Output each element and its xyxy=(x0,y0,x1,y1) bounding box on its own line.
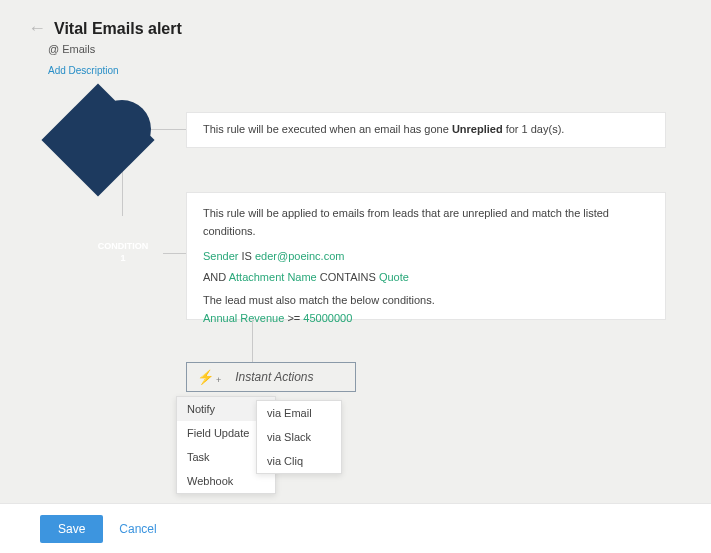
save-button[interactable]: Save xyxy=(40,515,103,543)
condition-node-bg xyxy=(41,83,154,196)
add-description-link[interactable]: Add Description xyxy=(48,65,683,76)
at-icon: @ xyxy=(48,43,59,55)
connector-line xyxy=(151,129,186,130)
instant-actions-button[interactable]: ⚡+ Instant Actions xyxy=(186,362,356,392)
condition-node-label-2: 1 xyxy=(120,253,125,265)
condition-rule-1: Sender IS eder@poeinc.com xyxy=(203,248,649,266)
when-card[interactable]: This rule will be executed when an email… xyxy=(186,112,666,148)
footer-bar: Save Cancel xyxy=(0,503,711,553)
cancel-button[interactable]: Cancel xyxy=(119,522,156,536)
back-arrow-icon[interactable]: ← xyxy=(28,18,46,39)
menu-item-via-slack[interactable]: via Slack xyxy=(257,425,341,449)
lead-intro: The lead must also match the below condi… xyxy=(203,292,649,310)
condition-node-label-1: CONDITION xyxy=(98,241,149,253)
menu-item-via-cliq[interactable]: via Cliq xyxy=(257,449,341,473)
menu-item-via-email[interactable]: via Email xyxy=(257,401,341,425)
instant-actions-label: Instant Actions xyxy=(235,370,313,384)
condition-node[interactable]: CONDITION 1 xyxy=(83,213,163,293)
connector-line xyxy=(163,253,186,254)
bolt-icon: ⚡ xyxy=(197,369,214,385)
when-text: This rule will be executed when an email… xyxy=(203,121,564,139)
condition-card[interactable]: This rule will be applied to emails from… xyxy=(186,192,666,320)
plus-icon: + xyxy=(216,375,221,385)
notify-submenu: via Email via Slack via Cliq xyxy=(256,400,342,474)
condition-rule-2: AND Attachment Name CONTAINS Quote xyxy=(203,269,649,287)
condition-intro: This rule will be applied to emails from… xyxy=(203,205,649,240)
lead-rule: Annual Revenue >= 45000000 xyxy=(203,310,649,328)
module-name: Emails xyxy=(62,43,95,55)
workflow-canvas: WHEN This rule will be executed when an … xyxy=(58,100,683,500)
connector-line xyxy=(252,320,253,362)
module-breadcrumb: @Emails xyxy=(48,43,683,55)
page-title: Vital Emails alert xyxy=(54,20,182,38)
